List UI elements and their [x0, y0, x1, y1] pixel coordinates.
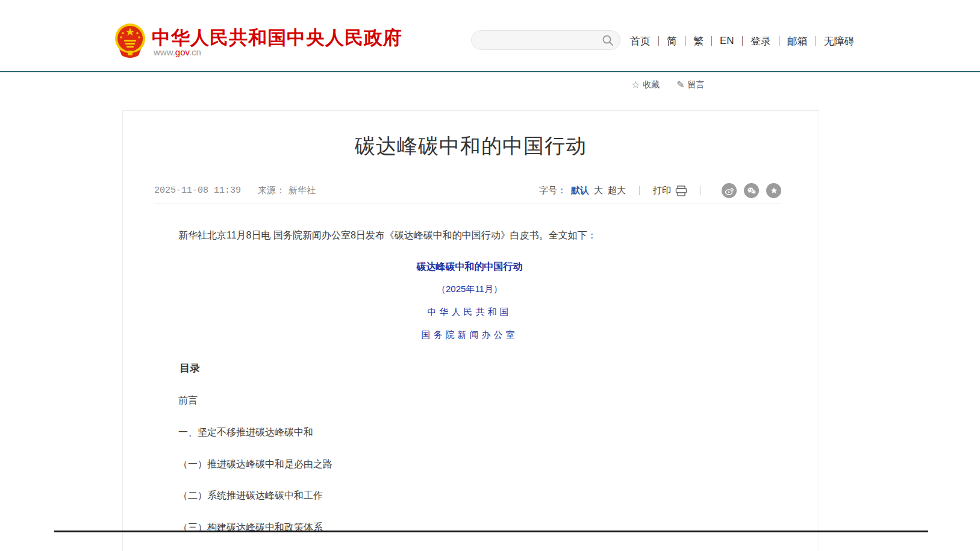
document-date: （2025年11月） [159, 282, 780, 296]
nav-simplified[interactable]: 简 [667, 34, 677, 48]
toc-item: 一、坚定不移推进碳达峰碳中和 [159, 425, 780, 440]
toc-item: （二）系统推进碳达峰碳中和工作 [159, 488, 780, 503]
document-org-line1: 中华人民共和国 [159, 305, 780, 319]
meta-separator [639, 186, 640, 195]
font-size-xlarge[interactable]: 超大 [608, 185, 626, 196]
nav-separator [779, 36, 779, 46]
nav-english[interactable]: EN [720, 35, 734, 47]
nav-separator [685, 36, 685, 46]
quickbar: ☆ 收藏 ✎ 留言 [631, 79, 722, 90]
site-url: www.gov.cn [154, 47, 201, 57]
weibo-icon [725, 186, 734, 196]
article-meta-right: 字号： 默认 大 超大 打印 [539, 183, 781, 198]
search-box [471, 30, 620, 50]
viewport-bottom-edge [54, 531, 928, 532]
nav-separator [711, 36, 712, 46]
font-size-label: 字号： [539, 185, 566, 196]
header-divider [0, 71, 980, 72]
nav-login[interactable]: 登录 [751, 34, 771, 48]
source-value[interactable]: 新华社 [289, 185, 316, 196]
publish-date: 2025-11-08 11:39 [154, 185, 241, 196]
pencil-icon: ✎ [676, 79, 684, 90]
search-input[interactable] [472, 36, 602, 45]
article-title: 碳达峰碳中和的中国行动 [123, 132, 819, 160]
meta-separator [701, 186, 701, 195]
top-nav: 首页 简 繁 EN 登录 邮箱 无障碍 [630, 34, 855, 48]
weibo-share-button[interactable] [722, 183, 737, 198]
nav-separator [816, 36, 816, 46]
comment-button[interactable]: ✎ 留言 [676, 79, 704, 90]
site-url-prefix: www. [154, 47, 175, 57]
lead-paragraph: 新华社北京11月8日电 国务院新闻办公室8日发布《碳达峰碳中和的中国行动》白皮书… [159, 228, 780, 243]
star-share-button[interactable] [766, 183, 781, 198]
toc-item: （一）推进碳达峰碳中和是必由之路 [159, 456, 780, 472]
wechat-icon [747, 186, 757, 196]
site-url-suffix: .cn [189, 47, 201, 57]
favorite-button[interactable]: ☆ 收藏 [631, 79, 660, 90]
site-url-gov: gov [175, 47, 189, 57]
article-meta-row: 2025-11-08 11:39 来源： 新华社 字号： 默认 大 超大 打印 [154, 184, 781, 204]
print-label: 打印 [653, 185, 671, 196]
favorite-label: 收藏 [643, 79, 660, 90]
article-meta-left: 2025-11-08 11:39 来源： 新华社 [154, 185, 316, 196]
document-org-line2: 国务院新闻办公室 [159, 328, 780, 342]
nav-separator [742, 36, 743, 46]
wechat-share-button[interactable] [744, 183, 759, 198]
star-outline-icon: ☆ [631, 79, 640, 90]
search-icon[interactable] [602, 34, 614, 46]
toc-item: （三）构建碳达峰碳中和政策体系 [159, 520, 780, 535]
nav-separator [658, 36, 659, 46]
nav-mail[interactable]: 邮箱 [787, 34, 808, 48]
site-header: 中华人民共和国中央人民政府 www.gov.cn 首页 简 繁 EN 登录 邮箱… [0, 0, 980, 71]
source-label: 来源： [258, 185, 285, 196]
font-size-default[interactable]: 默认 [571, 185, 589, 196]
nav-accessibility[interactable]: 无障碍 [824, 34, 855, 48]
comment-label: 留言 [688, 79, 705, 90]
page: 中华人民共和国中央人民政府 www.gov.cn 首页 简 繁 EN 登录 邮箱… [0, 0, 980, 551]
toc-item: 前言 [159, 393, 780, 408]
font-size-large[interactable]: 大 [594, 185, 603, 196]
article-body: 新华社北京11月8日电 国务院新闻办公室8日发布《碳达峰碳中和的中国行动》白皮书… [123, 228, 819, 551]
star-share-icon [769, 186, 779, 196]
document-title: 碳达峰碳中和的中国行动 [159, 259, 780, 275]
article-card: 碳达峰碳中和的中国行动 2025-11-08 11:39 来源： 新华社 字号：… [122, 110, 819, 551]
toc-heading: 目录 [159, 360, 780, 376]
nav-home[interactable]: 首页 [630, 34, 651, 48]
nav-traditional[interactable]: 繁 [693, 34, 704, 48]
printer-icon [675, 185, 687, 196]
national-emblem-logo [114, 23, 146, 58]
print-button[interactable]: 打印 [653, 185, 687, 196]
